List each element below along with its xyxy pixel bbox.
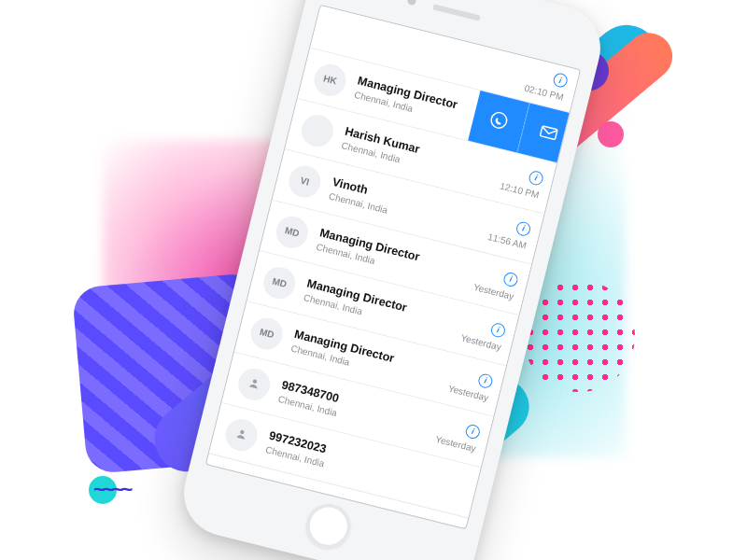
app-screen: 02:10 PM HK Managing Director Chennai, I… <box>205 5 581 530</box>
whatsapp-icon <box>486 107 512 136</box>
avatar: MD <box>247 314 286 352</box>
info-icon[interactable] <box>477 372 494 389</box>
home-button[interactable] <box>302 499 356 553</box>
avatar <box>298 111 336 149</box>
svg-point-0 <box>489 110 508 129</box>
info-icon[interactable] <box>552 72 569 89</box>
avatar <box>235 365 274 403</box>
svg-point-3 <box>240 429 245 434</box>
avatar <box>222 415 261 454</box>
info-icon[interactable] <box>502 271 519 287</box>
person-icon <box>245 374 263 394</box>
mail-icon <box>535 119 561 148</box>
person-icon <box>233 425 251 444</box>
info-icon[interactable] <box>489 321 506 338</box>
info-icon[interactable] <box>528 169 544 186</box>
phone-mockup: 02:10 PM HK Managing Director Chennai, I… <box>175 0 609 560</box>
info-icon[interactable] <box>515 220 532 237</box>
avatar: MD <box>273 213 311 251</box>
info-icon[interactable] <box>464 423 481 440</box>
avatar: MD <box>261 263 299 301</box>
avatar: HK <box>311 61 349 99</box>
svg-point-2 <box>252 379 257 384</box>
avatar: VI <box>286 161 324 200</box>
